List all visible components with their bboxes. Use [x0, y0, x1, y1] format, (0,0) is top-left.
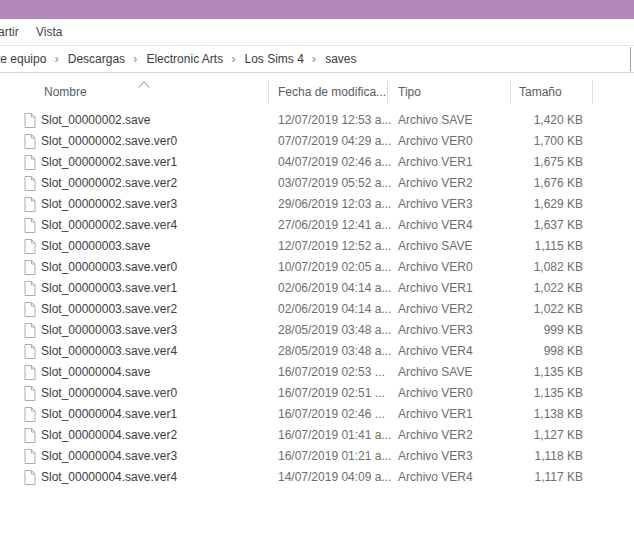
- file-icon: [24, 155, 36, 170]
- file-size: 1,117 KB: [460, 467, 583, 488]
- file-name: Slot_00000003.save.ver2: [41, 299, 177, 320]
- file-icon: [24, 470, 36, 485]
- file-size: 1,022 KB: [460, 278, 583, 299]
- tab-compartir[interactable]: artir: [0, 19, 19, 45]
- file-date-modified: 16/07/2019 02:51 ...: [278, 383, 385, 404]
- file-row[interactable]: Slot_00000004.save.ver1 16/07/2019 02:46…: [0, 404, 634, 425]
- file-row[interactable]: Slot_00000004.save.ver4 14/07/2019 04:09…: [0, 467, 634, 488]
- file-size: 1,127 KB: [460, 425, 583, 446]
- file-date-modified: 04/07/2019 02:46 a...: [278, 152, 391, 173]
- window-titlebar[interactable]: [0, 0, 634, 19]
- file-name: Slot_00000004.save: [41, 362, 150, 383]
- file-row[interactable]: Slot_00000004.save.ver3 16/07/2019 01:21…: [0, 446, 634, 467]
- file-size: 1,082 KB: [460, 257, 583, 278]
- file-icon: [24, 302, 36, 317]
- file-size: 1,420 KB: [460, 110, 583, 131]
- file-name: Slot_00000004.save.ver1: [41, 404, 177, 425]
- file-date-modified: 12/07/2019 12:52 a...: [278, 236, 391, 257]
- file-row[interactable]: Slot_00000003.save.ver2 02/06/2019 04:14…: [0, 299, 634, 320]
- file-icon: [24, 176, 36, 191]
- file-size: 998 KB: [460, 341, 583, 362]
- column-header-fecha-modificacion[interactable]: Fecha de modifica...: [278, 73, 386, 105]
- breadcrumb-separator-icon[interactable]: ›: [312, 51, 316, 66]
- breadcrumb-separator-icon[interactable]: ›: [231, 51, 235, 66]
- file-size: 999 KB: [460, 320, 583, 341]
- file-row[interactable]: Slot_00000002.save.ver4 27/06/2019 12:41…: [0, 215, 634, 236]
- file-date-modified: 28/05/2019 03:48 a...: [278, 320, 391, 341]
- file-row[interactable]: Slot_00000003.save.ver4 28/05/2019 03:48…: [0, 341, 634, 362]
- file-size: 1,022 KB: [460, 299, 583, 320]
- address-bar[interactable]: te equipo›Descargas›Electronic Arts›Los …: [0, 46, 634, 73]
- file-icon: [24, 218, 36, 233]
- file-name: Slot_00000003.save.ver3: [41, 320, 177, 341]
- file-name: Slot_00000002.save.ver0: [41, 131, 177, 152]
- file-icon: [24, 449, 36, 464]
- file-date-modified: 07/07/2019 04:29 a...: [278, 131, 391, 152]
- file-icon: [24, 365, 36, 380]
- file-size: 1,115 KB: [460, 236, 583, 257]
- file-name: Slot_00000002.save: [41, 110, 150, 131]
- file-row[interactable]: Slot_00000002.save 12/07/2019 12:53 a...…: [0, 110, 634, 131]
- file-icon: [24, 260, 36, 275]
- tab-vista[interactable]: Vista: [36, 19, 62, 45]
- file-row[interactable]: Slot_00000004.save.ver0 16/07/2019 02:51…: [0, 383, 634, 404]
- breadcrumb: te equipo›Descargas›Electronic Arts›Los …: [0, 46, 357, 72]
- file-date-modified: 16/07/2019 01:41 a...: [278, 425, 391, 446]
- file-row[interactable]: Slot_00000003.save.ver0 10/07/2019 02:05…: [0, 257, 634, 278]
- file-icon: [24, 134, 36, 149]
- breadcrumb-item[interactable]: Descargas: [68, 52, 125, 66]
- breadcrumb-item[interactable]: Los Sims 4: [244, 52, 303, 66]
- file-row[interactable]: Slot_00000002.save.ver0 07/07/2019 04:29…: [0, 131, 634, 152]
- file-icon: [24, 344, 36, 359]
- file-size: 1,118 KB: [460, 446, 583, 467]
- file-name: Slot_00000004.save.ver4: [41, 467, 177, 488]
- file-date-modified: 16/07/2019 02:53 ...: [278, 362, 385, 383]
- file-row[interactable]: Slot_00000003.save.ver3 28/05/2019 03:48…: [0, 320, 634, 341]
- column-header-tipo[interactable]: Tipo: [398, 73, 421, 105]
- file-name: Slot_00000004.save.ver2: [41, 425, 177, 446]
- breadcrumb-item[interactable]: te equipo: [0, 52, 46, 66]
- file-row[interactable]: Slot_00000004.save.ver2 16/07/2019 01:41…: [0, 425, 634, 446]
- file-date-modified: 03/07/2019 05:52 a...: [278, 173, 391, 194]
- file-row[interactable]: Slot_00000004.save 16/07/2019 02:53 ... …: [0, 362, 634, 383]
- file-icon: [24, 113, 36, 128]
- file-icon: [24, 407, 36, 422]
- file-name: Slot_00000003.save.ver1: [41, 278, 177, 299]
- file-name: Slot_00000003.save: [41, 236, 150, 257]
- file-date-modified: 28/05/2019 03:48 a...: [278, 341, 391, 362]
- file-size: 1,138 KB: [460, 404, 583, 425]
- breadcrumb-item[interactable]: Electronic Arts: [146, 52, 223, 66]
- breadcrumb-separator-icon[interactable]: ›: [133, 51, 137, 66]
- file-size: 1,637 KB: [460, 215, 583, 236]
- column-header-tamano[interactable]: Tamaño: [519, 73, 562, 105]
- file-size: 1,629 KB: [460, 194, 583, 215]
- explorer-window: { "colors": { "titlebar_accent": "#b487b…: [0, 0, 634, 549]
- file-row[interactable]: Slot_00000003.save 12/07/2019 12:52 a...…: [0, 236, 634, 257]
- file-icon: [24, 428, 36, 443]
- column-header-row: Nombre Fecha de modifica... Tipo Tamaño: [0, 73, 634, 105]
- file-name: Slot_00000002.save.ver1: [41, 152, 177, 173]
- column-separator[interactable]: [510, 80, 511, 104]
- file-row[interactable]: Slot_00000002.save.ver2 03/07/2019 05:52…: [0, 173, 634, 194]
- file-size: 1,135 KB: [460, 383, 583, 404]
- breadcrumb-item[interactable]: saves: [325, 52, 356, 66]
- file-size: 1,700 KB: [460, 131, 583, 152]
- file-name: Slot_00000002.save.ver3: [41, 194, 177, 215]
- column-separator[interactable]: [268, 80, 269, 104]
- column-header-nombre[interactable]: Nombre: [44, 73, 87, 105]
- file-row[interactable]: Slot_00000002.save.ver1 04/07/2019 02:46…: [0, 152, 634, 173]
- file-size: 1,135 KB: [460, 362, 583, 383]
- file-date-modified: 27/06/2019 12:41 a...: [278, 215, 391, 236]
- file-name: Slot_00000003.save.ver0: [41, 257, 177, 278]
- file-row[interactable]: Slot_00000003.save.ver1 02/06/2019 04:14…: [0, 278, 634, 299]
- ribbon-tab-bar: artir Vista: [0, 19, 634, 46]
- file-date-modified: 16/07/2019 02:46 ...: [278, 404, 385, 425]
- file-name: Slot_00000003.save.ver4: [41, 341, 177, 362]
- column-separator[interactable]: [387, 80, 388, 104]
- file-row[interactable]: Slot_00000002.save.ver3 29/06/2019 12:03…: [0, 194, 634, 215]
- file-date-modified: 10/07/2019 02:05 a...: [278, 257, 391, 278]
- file-name: Slot_00000002.save.ver4: [41, 215, 177, 236]
- breadcrumb-separator-icon[interactable]: ›: [54, 51, 58, 66]
- file-name: Slot_00000004.save.ver3: [41, 446, 177, 467]
- column-separator[interactable]: [592, 80, 593, 104]
